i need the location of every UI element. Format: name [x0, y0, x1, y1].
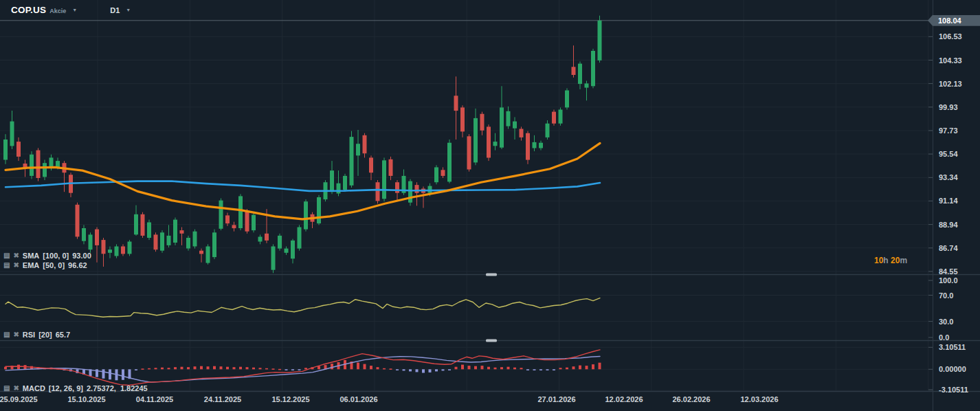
candle-body[interactable]: [23, 164, 27, 167]
date-axis[interactable]: 25.09.202515.10.202504.11.202524.11.2025…: [0, 393, 980, 411]
candle-body[interactable]: [317, 197, 321, 223]
candle-body[interactable]: [559, 110, 563, 124]
candle-body[interactable]: [43, 163, 47, 177]
candle-body[interactable]: [76, 205, 80, 237]
candle-body[interactable]: [219, 201, 223, 229]
indicator-delete-icon[interactable]: ✖: [13, 262, 19, 269]
candle-body[interactable]: [337, 184, 341, 194]
candle-body[interactable]: [199, 251, 203, 254]
candle-body[interactable]: [447, 143, 452, 182]
candle-body[interactable]: [526, 133, 530, 160]
candle-body[interactable]: [539, 143, 543, 148]
candle-body[interactable]: [285, 249, 289, 253]
timeframe-chevron-down-icon[interactable]: ▼: [126, 8, 131, 12]
pane-resize-handle[interactable]: [486, 340, 497, 342]
candle-body[interactable]: [206, 247, 210, 263]
candle-body[interactable]: [225, 215, 230, 223]
candle-body[interactable]: [180, 230, 184, 234]
candle-body[interactable]: [363, 135, 367, 153]
candle-body[interactable]: [128, 242, 132, 254]
indicator-properties-icon[interactable]: ▤: [3, 331, 10, 338]
candle-body[interactable]: [304, 201, 308, 229]
candle-body[interactable]: [160, 232, 164, 250]
candle-body[interactable]: [506, 111, 511, 126]
candle-body[interactable]: [565, 91, 569, 108]
timeframe-selector[interactable]: D1: [110, 6, 120, 14]
pane-resize-handle[interactable]: [486, 274, 497, 276]
candle-body[interactable]: [487, 126, 491, 157]
candle-body[interactable]: [10, 122, 14, 146]
candle-body[interactable]: [578, 64, 582, 85]
candle-body[interactable]: [265, 234, 269, 241]
candle-body[interactable]: [167, 236, 171, 245]
candle-body[interactable]: [513, 122, 517, 129]
candle-body[interactable]: [572, 67, 576, 75]
candle-body[interactable]: [49, 157, 54, 167]
candle-body[interactable]: [173, 220, 177, 243]
candle-body[interactable]: [3, 140, 8, 160]
candle-body[interactable]: [546, 124, 550, 137]
candle-body[interactable]: [134, 214, 138, 235]
candle-body[interactable]: [271, 247, 276, 270]
candle-body[interactable]: [238, 196, 243, 228]
candle-body[interactable]: [108, 249, 112, 253]
candle-body[interactable]: [298, 227, 302, 249]
candle-body[interactable]: [591, 51, 595, 86]
candle-body[interactable]: [585, 83, 589, 87]
symbol-chevron-down-icon[interactable]: ▼: [72, 8, 77, 12]
indicator-delete-icon[interactable]: ✖: [13, 385, 19, 392]
candle-body[interactable]: [232, 225, 236, 228]
candle-body[interactable]: [82, 228, 86, 241]
candle-body[interactable]: [89, 234, 93, 249]
candle-body[interactable]: [460, 107, 465, 131]
candle-body[interactable]: [382, 160, 386, 199]
candle-body[interactable]: [186, 238, 190, 249]
candle-body[interactable]: [154, 234, 158, 249]
candle-body[interactable]: [56, 161, 60, 167]
candle-body[interactable]: [212, 232, 216, 257]
candle-body[interactable]: [330, 170, 334, 192]
candle-body[interactable]: [408, 181, 412, 203]
indicator-properties-icon[interactable]: ▤: [3, 385, 10, 392]
candle-body[interactable]: [36, 151, 41, 178]
candle-body[interactable]: [552, 112, 556, 124]
indicator-properties-icon[interactable]: ▤: [3, 252, 10, 259]
chart-canvas[interactable]: [0, 0, 980, 411]
candle-body[interactable]: [434, 167, 438, 182]
candle-body[interactable]: [258, 237, 263, 242]
candle-body[interactable]: [356, 144, 360, 155]
candle-body[interactable]: [95, 230, 99, 245]
candle-body[interactable]: [493, 142, 498, 146]
candle-body[interactable]: [245, 210, 249, 231]
candle-body[interactable]: [415, 185, 419, 193]
candle-body[interactable]: [441, 170, 445, 176]
candle-body[interactable]: [350, 137, 354, 186]
candle-body[interactable]: [480, 114, 485, 131]
candle-body[interactable]: [147, 223, 151, 238]
candle-body[interactable]: [193, 232, 197, 247]
candle-body[interactable]: [291, 241, 295, 258]
candle-body[interactable]: [428, 186, 432, 193]
indicator-properties-icon[interactable]: ▤: [3, 262, 10, 269]
candle-body[interactable]: [141, 214, 145, 236]
candle-body[interactable]: [376, 182, 380, 201]
candle-body[interactable]: [278, 236, 282, 249]
candle-body[interactable]: [474, 118, 478, 163]
indicator-delete-icon[interactable]: ✖: [13, 252, 19, 259]
candle-body[interactable]: [598, 21, 602, 60]
candle-body[interactable]: [252, 215, 256, 231]
candle-body[interactable]: [102, 240, 106, 254]
price-axis[interactable]: 106.53104.33102.1399.9397.7395.5493.3491…: [933, 0, 980, 411]
candle-body[interactable]: [369, 157, 373, 173]
candle-body[interactable]: [395, 182, 399, 193]
candle-body[interactable]: [500, 107, 504, 147]
candle-body[interactable]: [467, 136, 471, 169]
candle-body[interactable]: [520, 129, 524, 137]
candle-body[interactable]: [16, 142, 21, 157]
symbol-selector[interactable]: COP.US: [11, 5, 46, 15]
candle-body[interactable]: [533, 142, 537, 148]
indicator-delete-icon[interactable]: ✖: [13, 331, 19, 338]
candle-body[interactable]: [30, 155, 34, 176]
candle-body[interactable]: [121, 247, 125, 254]
candle-body[interactable]: [115, 247, 119, 256]
